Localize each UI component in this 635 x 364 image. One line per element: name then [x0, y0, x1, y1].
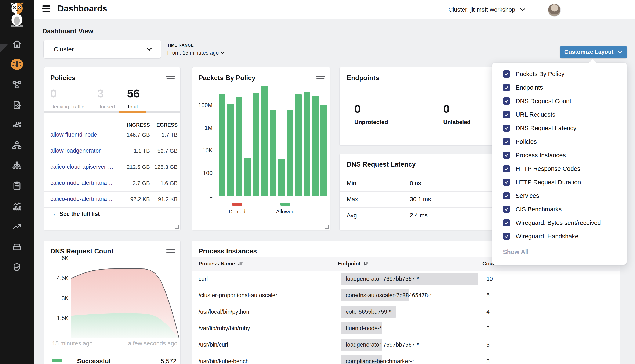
- sidebar-item-shield-check[interactable]: [10, 260, 24, 274]
- customize-menu-item[interactable]: Process Instances: [492, 148, 626, 162]
- customize-menu-item[interactable]: Packets By Policy: [492, 67, 626, 81]
- customize-menu-item[interactable]: Wireguard. Handshake: [492, 230, 626, 243]
- x-axis-label-end: a few seconds ago: [128, 340, 178, 347]
- customize-layout-button[interactable]: Customize Layout: [560, 46, 627, 58]
- policies-stat-total[interactable]: 56Total: [127, 88, 140, 110]
- time-range-label: TIME RANGE: [167, 43, 225, 48]
- bar-allowed[interactable]: [287, 110, 293, 196]
- checkbox-checked-icon[interactable]: [503, 98, 510, 105]
- sidebar-item-home[interactable]: [10, 37, 24, 51]
- checkbox-checked-icon[interactable]: [503, 233, 510, 240]
- sidebar-item-sitemap[interactable]: [10, 139, 24, 152]
- checkbox-checked-icon[interactable]: [503, 152, 510, 159]
- customize-menu-item[interactable]: CIS Benchmarks: [492, 202, 626, 216]
- sidebar-item-package[interactable]: [10, 240, 24, 254]
- bar-allowed[interactable]: [304, 92, 310, 196]
- count-cell: 3: [486, 325, 490, 332]
- hamburger-menu-icon[interactable]: [42, 6, 51, 13]
- sidebar-item-trending-up[interactable]: [10, 220, 24, 233]
- column-header-process-name[interactable]: Process Name: [198, 261, 243, 267]
- sidebar-item-service-graph[interactable]: [10, 118, 24, 132]
- customize-menu-item[interactable]: Policies: [492, 135, 626, 148]
- drag-handle-icon[interactable]: [166, 76, 175, 81]
- bar-allowed[interactable]: [244, 158, 251, 196]
- customize-menu-item[interactable]: Services: [492, 189, 626, 202]
- endpoint-label: coredns-autoscaler-7c88465478-*: [346, 292, 432, 299]
- column-header-endpoint[interactable]: Endpoint: [338, 261, 368, 267]
- sidebar-item-dashboard-gauge[interactable]: [10, 58, 24, 71]
- y-axis-tick: 4.5K: [48, 275, 69, 282]
- checkbox-checked-icon[interactable]: [503, 206, 510, 213]
- sidebar-item-network-topology[interactable]: [10, 78, 24, 91]
- policy-link[interactable]: allow-loadgenerator: [50, 148, 101, 154]
- sidebar-item-statistics[interactable]: [10, 200, 24, 213]
- app-header: Dashboards Cluster: jlt-msft-workshop: [34, 0, 635, 20]
- checkbox-checked-icon[interactable]: [503, 219, 510, 226]
- bar-allowed[interactable]: [270, 110, 276, 196]
- drag-handle-icon[interactable]: [316, 76, 325, 81]
- stat-value: 0: [443, 103, 471, 114]
- endpoint-cell: vote-5655bd759-*: [341, 304, 493, 320]
- bar-allowed[interactable]: [236, 96, 242, 196]
- customize-menu-item-label: DNS Request Count: [516, 98, 571, 105]
- bar-allowed[interactable]: [227, 104, 234, 196]
- customize-menu-item[interactable]: HTTP Request Duration: [492, 176, 626, 189]
- latency-row-label: Avg: [347, 212, 357, 219]
- legend-item-denied[interactable]: Denied: [222, 203, 252, 215]
- card-title: Packets By Policy: [198, 74, 256, 82]
- see-full-list-link[interactable]: → See the full list: [50, 211, 100, 217]
- process-name-cell: /cluster-proportional-autoscaler: [198, 292, 277, 299]
- show-all-link[interactable]: Show All: [503, 248, 626, 256]
- dashboard-view-select[interactable]: Cluster: [43, 40, 161, 58]
- sidebar-item-compliance-clipboard[interactable]: [10, 179, 24, 193]
- sort-icon[interactable]: [363, 261, 368, 266]
- policy-link[interactable]: allow-fluentd-node: [50, 132, 97, 138]
- user-avatar[interactable]: [548, 4, 561, 17]
- sidebar-item-report-edit[interactable]: [10, 98, 24, 112]
- sidebar-item-workload-cluster[interactable]: [10, 159, 24, 172]
- customize-menu-item[interactable]: DNS Request Latency: [492, 121, 626, 135]
- customize-menu-item[interactable]: URL Requests: [492, 108, 626, 121]
- bar-allowed[interactable]: [295, 94, 302, 196]
- customize-menu-item-label: Endpoints: [516, 84, 543, 91]
- bar-allowed[interactable]: [312, 96, 319, 196]
- customize-menu-item[interactable]: Endpoints: [492, 81, 626, 94]
- checkbox-checked-icon[interactable]: [503, 165, 510, 172]
- checkbox-checked-icon[interactable]: [503, 70, 510, 78]
- checkbox-checked-icon[interactable]: [503, 192, 510, 199]
- policy-link[interactable]: calico-node-alertmana…: [50, 196, 113, 202]
- checkbox-checked-icon[interactable]: [503, 111, 510, 118]
- resize-handle-icon[interactable]: [175, 225, 179, 228]
- checkbox-checked-icon[interactable]: [503, 138, 510, 145]
- checkbox-checked-icon[interactable]: [503, 84, 510, 91]
- sort-icon[interactable]: [238, 261, 243, 266]
- policies-stat-unused[interactable]: 3Unused: [97, 88, 115, 110]
- column-header-label: Process Name: [198, 261, 235, 267]
- card-title: Endpoints: [347, 74, 379, 82]
- bar-allowed[interactable]: [278, 158, 285, 196]
- cluster-selector[interactable]: Cluster: jlt-msft-workshop: [448, 5, 525, 14]
- bar-allowed[interactable]: [253, 93, 259, 196]
- legend-swatch-successful: [52, 359, 62, 362]
- bar-allowed[interactable]: [320, 105, 327, 196]
- customize-menu-item-label: Packets By Policy: [516, 70, 564, 78]
- home-icon: [12, 39, 22, 49]
- checkbox-checked-icon[interactable]: [503, 178, 510, 186]
- policy-link[interactable]: calico-node-alertmana…: [50, 180, 113, 186]
- time-range-value[interactable]: From: 15 minutes ago: [167, 50, 225, 56]
- customize-menu-item[interactable]: DNS Request Count: [492, 94, 626, 108]
- count-cell: 5: [486, 292, 490, 299]
- endpoints-stat-unprotected: 0Unprotected: [354, 103, 388, 126]
- report-edit-icon: [12, 100, 22, 110]
- policy-link[interactable]: calico-cloud-apiserver-…: [50, 164, 114, 170]
- resize-handle-icon[interactable]: [325, 225, 328, 228]
- customize-menu-item[interactable]: Wireguard. Bytes sent/received: [492, 216, 626, 230]
- policies-stat-denying-traffic[interactable]: 0Denying Traffic: [50, 88, 84, 110]
- customize-menu-item[interactable]: HTTP Response Codes: [492, 162, 626, 176]
- checkbox-checked-icon[interactable]: [503, 124, 510, 132]
- legend-item-allowed[interactable]: Allowed: [271, 203, 300, 215]
- drag-handle-icon[interactable]: [166, 249, 175, 254]
- bar-allowed[interactable]: [219, 94, 226, 196]
- bar-allowed[interactable]: [261, 86, 268, 196]
- endpoint-cell: loadgenerator-7697bb7567-*: [341, 336, 493, 353]
